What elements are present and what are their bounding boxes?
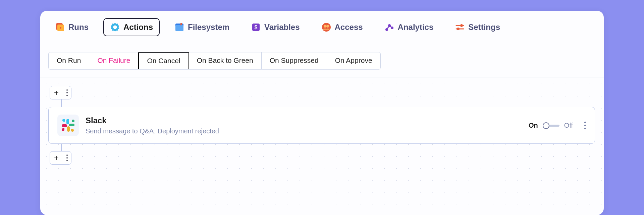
tab-runs[interactable]: Runs [48,18,95,36]
tab-analytics-label: Analytics [398,23,434,32]
svg-rect-4 [175,25,183,31]
toggle-area: On Off [529,122,573,129]
subtab-on-run[interactable]: On Run [49,52,89,69]
tab-access[interactable]: Access [315,18,370,36]
action-card-slack[interactable]: Slack Send message to Q&A: Deployment re… [48,107,595,144]
subtab-on-cancel[interactable]: On Cancel [138,52,189,70]
tab-settings[interactable]: Settings [448,18,507,36]
folder-icon [174,22,184,32]
tab-access-label: Access [335,23,363,32]
svg-point-8 [324,25,326,28]
people-icon [321,22,331,32]
subtab-on-back-to-green[interactable]: On Back to Green [189,52,262,69]
tab-variables-label: Variables [264,23,300,32]
svg-text:$: $ [255,25,258,30]
tab-analytics[interactable]: Analytics [378,18,440,36]
svg-rect-17 [66,119,69,124]
top-tabs: Runs Actions Filesystem [40,11,604,44]
tab-filesystem[interactable]: Filesystem [168,18,236,36]
add-node-plus-button[interactable]: + [50,86,63,99]
svg-point-16 [457,28,460,30]
analytics-icon [384,22,394,32]
svg-rect-20 [62,124,67,127]
toggle-off-label: Off [564,122,573,129]
tab-variables[interactable]: $ Variables [244,18,306,36]
add-node-menu-button[interactable] [63,152,71,164]
tab-actions-label: Actions [123,23,153,32]
svg-rect-18 [69,124,74,126]
tab-runs-label: Runs [68,23,89,32]
connector-line [61,144,62,151]
dollar-icon: $ [251,22,261,32]
add-node-top: + [50,86,71,99]
add-node-plus-button[interactable]: + [50,152,63,164]
svg-point-9 [326,25,329,28]
slack-icon [57,115,79,136]
workflow-canvas: + [40,78,604,215]
action-card-title: Slack [86,116,522,125]
add-node-menu-button[interactable] [63,86,71,99]
action-card-menu-button[interactable] [584,122,586,129]
vertical-dots-icon [66,89,68,96]
svg-rect-19 [67,126,70,132]
action-card-description: Send message to Q&A: Deployment rejected [86,127,522,135]
svg-point-7 [322,23,331,32]
toggle-switch[interactable] [543,122,559,129]
tab-actions[interactable]: Actions [103,18,160,36]
svg-point-2 [113,26,117,29]
connector-line [61,99,62,107]
tab-settings-label: Settings [468,23,500,32]
toggle-on-label: On [529,122,538,129]
svg-point-15 [460,24,463,27]
gear-badge-icon [110,22,120,32]
add-node-bottom: + [50,151,71,165]
play-icon [55,22,65,32]
action-card-text: Slack Send message to Q&A: Deployment re… [86,116,522,135]
sub-tabs: On Run On Failure On Cancel On Back to G… [40,44,604,78]
subtab-on-approve[interactable]: On Approve [327,52,380,69]
main-card: Runs Actions Filesystem [40,11,604,215]
vertical-dots-icon [66,155,68,161]
sliders-icon [455,22,465,32]
subtab-on-failure[interactable]: On Failure [89,52,139,69]
subtab-on-suppressed[interactable]: On Suppressed [262,52,327,69]
sub-tab-group: On Run On Failure On Cancel On Back to G… [48,52,381,70]
vertical-dots-icon [584,122,586,129]
tab-filesystem-label: Filesystem [188,23,229,32]
